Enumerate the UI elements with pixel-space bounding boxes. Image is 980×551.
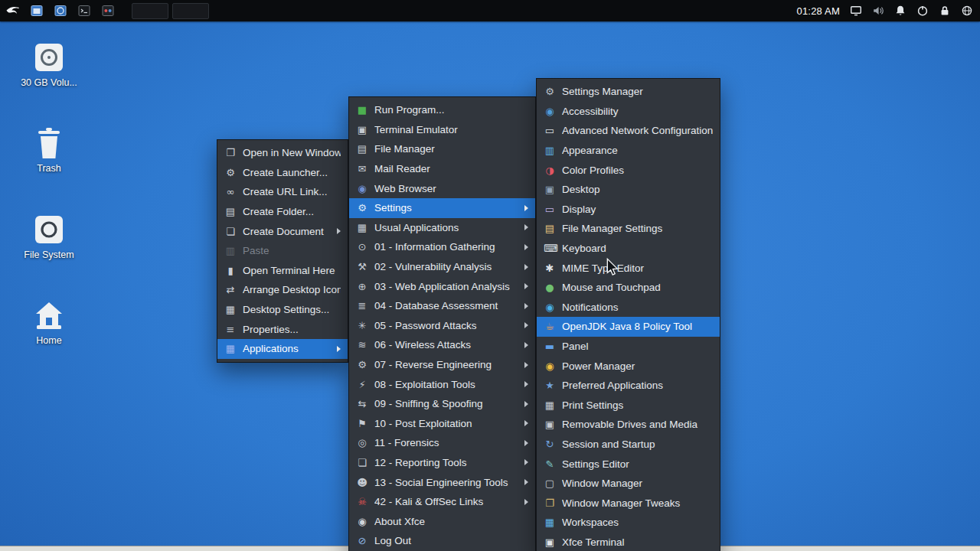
menu-item-properties[interactable]: ≡Properties... <box>217 319 348 339</box>
menu-item-workspaces[interactable]: ▦Workspaces <box>537 513 720 533</box>
volume-icon[interactable] <box>872 5 884 17</box>
menu-item-desktop[interactable]: ▣Desktop <box>537 180 720 200</box>
menu-item-02-vulnerability-analysis[interactable]: ⚒02 - Vulnerability Analysis <box>349 257 535 277</box>
menu-item-xfce-terminal[interactable]: ▣Xfce Terminal <box>537 533 720 551</box>
menu-item-create-document[interactable]: ❏Create Document <box>217 221 348 241</box>
menu-item-notifications[interactable]: ◉Notifications <box>537 298 720 318</box>
menu-item-11-forensics[interactable]: ◎11 - Forensics <box>349 433 535 453</box>
menu-item-08-exploitation-tools[interactable]: ⚡08 - Exploitation Tools <box>349 374 535 394</box>
menu-item-label: 04 - Database Assessment <box>374 300 520 311</box>
submenu-arrow-icon <box>524 401 528 407</box>
terminal-launcher-icon[interactable] <box>77 3 92 18</box>
menu-item-about-xfce[interactable]: ◉About Xfce <box>349 511 535 531</box>
menu-item-color-profiles[interactable]: ◑Color Profiles <box>537 160 720 180</box>
menu-item-print-settings[interactable]: ▦Print Settings <box>537 396 720 416</box>
web-browser-icon: ◉ <box>356 184 368 194</box>
menu-item-advanced-network-configuration[interactable]: ▭Advanced Network Configuration <box>537 121 720 141</box>
menu-item-mouse-and-touchpad[interactable]: ●Mouse and Touchpad <box>537 278 720 298</box>
menu-item-06-wireless-attacks[interactable]: ≋06 - Wireless Attacks <box>349 335 535 355</box>
menu-item-applications[interactable]: ▦Applications <box>217 339 348 359</box>
file-manager-launcher-icon[interactable] <box>29 3 44 18</box>
lock-icon[interactable] <box>939 5 951 17</box>
desktop-icon-file-system[interactable]: File System <box>15 212 83 260</box>
desktop-icon-home[interactable]: Home <box>15 298 83 346</box>
desktop-icon-trash[interactable]: Trash <box>15 126 83 174</box>
menu-item-appearance[interactable]: ▥Appearance <box>537 141 720 161</box>
menu-item-arrange-desktop-icons[interactable]: ⇄Arrange Desktop Icons <box>217 280 348 300</box>
open-terminal-icon: ▮ <box>224 266 237 276</box>
menu-item-settings-editor[interactable]: ✎Settings Editor <box>537 454 720 474</box>
menu-item-mail-reader[interactable]: ✉Mail Reader <box>349 159 535 179</box>
power-icon[interactable] <box>916 5 929 17</box>
notifications-bell-icon[interactable] <box>894 5 906 17</box>
menu-item-label: Log Out <box>374 535 528 546</box>
text-editor-launcher-icon[interactable] <box>100 3 116 18</box>
menu-item-10-post-exploitation[interactable]: ⚑10 - Post Exploitation <box>349 414 535 434</box>
menu-item-label: Session and Startup <box>562 439 713 450</box>
menu-item-usual-applications[interactable]: ▦Usual Applications <box>349 218 535 238</box>
display-icon[interactable] <box>850 5 862 17</box>
menu-item-03-web-application-analysis[interactable]: ⊕03 - Web Application Analysis <box>349 276 535 296</box>
menu-item-label: Color Profiles <box>562 165 713 176</box>
menu-item-create-launcher[interactable]: ⚙Create Launcher... <box>217 163 348 183</box>
menu-item-accessibility[interactable]: ◉Accessibility <box>537 102 720 122</box>
menu-item-mime-type-editor[interactable]: ✱MIME Type Editor <box>537 258 720 278</box>
menu-item-label: 42 - Kali & OffSec Links <box>374 496 520 507</box>
menu-item-01-information-gathering[interactable]: ⊙01 - Information Gathering <box>349 237 535 257</box>
menu-item-panel[interactable]: ▬Panel <box>537 337 720 357</box>
menu-item-removable-drives-and-media[interactable]: ▣Removable Drives and Media <box>537 415 720 435</box>
menu-item-42-kali-offsec-links[interactable]: ☠42 - Kali & OffSec Links <box>349 492 535 512</box>
menu-item-window-manager[interactable]: ▢Window Manager <box>537 474 720 494</box>
menu-item-open-in-new-window[interactable]: ❐Open in New Window <box>217 143 348 163</box>
menu-item-label: Settings Manager <box>562 86 713 97</box>
menu-item-13-social-engineering-tools[interactable]: ☻13 - Social Engineering Tools <box>349 472 535 492</box>
taskbar-window-2[interactable] <box>172 3 209 19</box>
menu-item-09-sniffing-spoofing[interactable]: ⇆09 - Sniffing & Spoofing <box>349 394 535 414</box>
menu-item-12-reporting-tools[interactable]: ❏12 - Reporting Tools <box>349 453 535 473</box>
panel-clock[interactable]: 01:28 AM <box>796 5 840 17</box>
menu-item-label: Settings <box>374 202 520 214</box>
kali-menu-icon[interactable] <box>5 3 21 18</box>
color-profiles-icon: ◑ <box>544 165 556 175</box>
menu-item-session-and-startup[interactable]: ↻Session and Startup <box>537 435 720 455</box>
window-manager-tweaks-icon: ❐ <box>544 498 556 508</box>
web-browser-launcher-icon[interactable] <box>53 3 68 18</box>
menu-item-settings[interactable]: ⚙Settings <box>349 198 535 218</box>
desktop-icon-30gb-volume[interactable]: 30 GB Volu... <box>15 40 83 88</box>
submenu-arrow-icon <box>337 346 341 352</box>
mail-reader-icon: ✉ <box>356 164 368 174</box>
menu-item-display[interactable]: ▭Display <box>537 200 720 220</box>
menu-item-power-manager[interactable]: ◉Power Manager <box>537 356 720 376</box>
menu-item-file-manager-settings[interactable]: ▤File Manager Settings <box>537 219 720 239</box>
menu-item-web-browser[interactable]: ◉Web Browser <box>349 178 535 198</box>
menu-item-05-password-attacks[interactable]: ✳05 - Password Attacks <box>349 316 535 336</box>
file-system-drive-icon <box>32 212 66 247</box>
menu-item-preferred-applications[interactable]: ★Preferred Applications <box>537 376 720 396</box>
menu-item-label: Create Folder... <box>243 206 341 217</box>
menu-item-open-terminal-here[interactable]: ▮Open Terminal Here <box>217 261 348 281</box>
network-globe-icon[interactable] <box>961 5 973 17</box>
menu-item-04-database-assessment[interactable]: ≣04 - Database Assessment <box>349 296 535 316</box>
database-assessment-icon: ≣ <box>356 301 368 311</box>
menu-item-label: Desktop <box>562 184 713 195</box>
menu-item-settings-manager[interactable]: ⚙Settings Manager <box>537 82 720 102</box>
preferred-applications-icon: ★ <box>544 380 556 390</box>
menu-item-desktop-settings[interactable]: ▦Desktop Settings... <box>217 300 348 320</box>
menu-item-openjdk-java-8-policy-tool[interactable]: ☕OpenJDK Java 8 Policy Tool <box>537 317 720 337</box>
submenu-arrow-icon <box>524 420 528 426</box>
menu-item-label: 11 - Forensics <box>374 437 520 448</box>
menu-item-terminal-emulator[interactable]: ▣Terminal Emulator <box>349 120 535 140</box>
menu-item-create-url-link[interactable]: ∞Create URL Link... <box>217 182 348 202</box>
taskbar-window-1[interactable] <box>132 3 168 19</box>
window-manager-icon: ▢ <box>544 478 556 488</box>
menu-item-07-reverse-engineering[interactable]: ⚙07 - Reverse Engineering <box>349 355 535 375</box>
menu-item-keyboard[interactable]: ⌨Keyboard <box>537 239 720 259</box>
menu-item-run-program[interactable]: ■Run Program... <box>349 100 535 120</box>
accessibility-icon: ◉ <box>544 106 556 116</box>
menu-item-label: File Manager Settings <box>562 223 713 234</box>
menu-item-log-out[interactable]: ⊘Log Out <box>349 531 535 551</box>
open-in-new-window-icon: ❐ <box>224 148 237 158</box>
menu-item-window-manager-tweaks[interactable]: ❐Window Manager Tweaks <box>537 493 720 513</box>
menu-item-file-manager[interactable]: ▤File Manager <box>349 139 535 159</box>
menu-item-create-folder[interactable]: ▤Create Folder... <box>217 202 348 222</box>
